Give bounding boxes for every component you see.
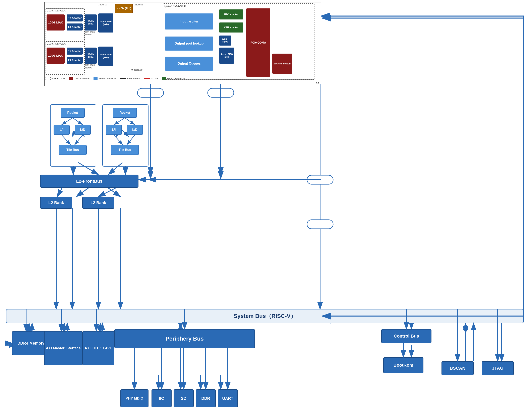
svg-line-38 (106, 187, 120, 197)
legend-nic-label: open-nic shell (52, 77, 65, 80)
output-port-lookup: Output port lookup (165, 37, 213, 51)
diagram-container: CMAC subsystem 100G MAC RX Adapter TX Ad… (0, 0, 532, 411)
legend-axilite-label: AXI-lite (151, 77, 158, 80)
freq-322a: 322MHz (85, 34, 92, 36)
legend-opensource: Xilinx open-source (162, 77, 185, 80)
svg-rect-23 (137, 88, 163, 97)
svg-line-37 (76, 187, 90, 197)
c2h-adapter: C2H adapter (219, 22, 243, 32)
freq-250-label: 250MHz (134, 3, 143, 6)
core2-arrows (103, 105, 149, 167)
cmac2-label: CMAC subsystem (47, 42, 66, 45)
bits-label-1: 512/1024bit (85, 31, 95, 33)
legend-open-nic: open-nic shell (46, 77, 65, 80)
legend-axilite: AXI-lite (144, 77, 158, 80)
async-fifo-qdma: Async FIFO (axis) (219, 48, 234, 64)
l2-bank-2: L2 Bank (82, 197, 114, 209)
jtag: JTAG (482, 361, 514, 375)
legend-vivado-icon (69, 77, 73, 80)
svg-line-77 (114, 135, 123, 145)
system-bus: System Bus（RISC-V） (6, 309, 524, 323)
pcie-qdma: PCIe QDMA (246, 9, 270, 77)
l2-bank-1: L2 Bank (40, 197, 72, 209)
control-bus: Control Bus (381, 329, 431, 343)
legend-netfpga: NetFPGA open IP (94, 77, 116, 80)
async-fifo-1: Async FIFO (axis) (98, 13, 113, 32)
freq-322b: 322MHz (85, 67, 92, 69)
rx-adapter-2: RX Adapter (67, 48, 83, 55)
legend-axi4-icon (120, 78, 126, 79)
qdma-label: QDMA Subsystem (164, 4, 186, 7)
svg-line-71 (73, 118, 83, 125)
freq-340-label: 340MHz (98, 3, 106, 6)
uart: UART (218, 389, 238, 407)
rx-adapter-1: RX Adapter (67, 14, 83, 21)
cmac1-label: CMAC subsystem (47, 9, 66, 12)
legend-vivado: Xilinx Vivado IP (69, 77, 89, 80)
iic: IIC (152, 389, 171, 407)
ddr-peripheral: DDR (196, 389, 216, 407)
svg-line-83 (57, 188, 62, 197)
axi-lite-switch: AXI-lite switch (272, 54, 292, 74)
svg-rect-44 (307, 220, 333, 229)
h2c-adapter: H2C adapter (219, 10, 243, 19)
async-fifo-2: Async FIFO (axis) (98, 47, 113, 66)
mac-1: 100G MAC (47, 14, 65, 30)
svg-line-76 (125, 118, 135, 125)
bscan: BSCAN (441, 361, 474, 375)
phy-mdio: PHY MDIO (120, 389, 149, 407)
tx-adapter-2: TX Adapter (67, 57, 83, 64)
legend-axi4: AXI4 Stream (120, 77, 140, 80)
fpga-inset: CMAC subsystem 100G MAC RX Adapter TX Ad… (44, 2, 321, 86)
core1-arrows (51, 105, 97, 167)
svg-line-72 (62, 135, 71, 145)
legend-netfpga-icon (94, 77, 97, 80)
periphery-bus: Periphery Bus (114, 329, 255, 348)
legend-axilite-icon (144, 78, 150, 79)
svg-line-70 (62, 118, 73, 125)
legend-area: open-nic shell Xilinx Vivado IP NetFPGA … (46, 77, 185, 80)
width-conv-2: Width conv. (85, 48, 97, 64)
axi-lite-slave: AXI LITE SLAVE (82, 331, 114, 365)
bootrom: BootRom (383, 357, 423, 373)
l2-frontbus: L2-FrontBus (40, 175, 138, 188)
legend-opensource-label: Xilinx open-source (167, 77, 185, 80)
mac-2: 100G MAC (47, 48, 65, 64)
mmcm-pll: MMCM (PLL) (115, 4, 133, 13)
legend-nic-icon (46, 77, 51, 80)
width-conv-1: Width conv. (85, 14, 97, 30)
svg-line-75 (114, 118, 125, 125)
svg-line-78 (127, 135, 135, 145)
svg-line-84 (98, 188, 116, 197)
core-group-1: Rocket L/I L/D Tile Bus (50, 104, 96, 167)
output-queues: Output Queues (165, 57, 213, 71)
sd: SD (174, 389, 194, 407)
input-arbiter: Input arbiter (165, 13, 213, 29)
legend-vivado-label: Xilinx Vivado IP (74, 77, 89, 80)
svg-rect-24 (208, 88, 234, 97)
legend-axi4-label: AXI4 Stream (127, 77, 140, 80)
nf-datapath-label: nf_datapath (131, 69, 142, 71)
svg-rect-42 (307, 175, 333, 184)
bits-label-2: 512/1024bit (85, 64, 95, 67)
legend-opensource-icon (162, 77, 166, 80)
core-group-2: Rocket L/I L/D Tile Bus (102, 104, 149, 167)
page-number: 10 (316, 82, 319, 85)
legend-netfpga-label: NetFPGA open IP (99, 77, 116, 80)
tx-adapter-1: TX Adapter (67, 23, 83, 30)
width-conv-qdma: Width conv. (219, 36, 231, 46)
svg-line-73 (75, 135, 83, 145)
axi-master-interface: AXI Master Interface (44, 331, 82, 365)
